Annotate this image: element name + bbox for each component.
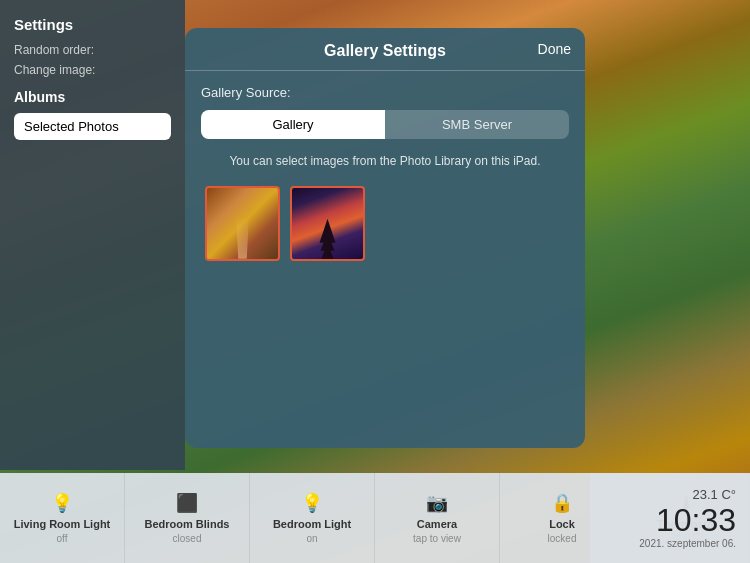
bedroom-light-title: Bedroom Light: [273, 518, 351, 531]
clock-area: 23.1 C° 10:33 2021. szeptember 06.: [590, 473, 750, 563]
random-order-label: Random order:: [14, 43, 94, 57]
bedroom-light-status: on: [306, 533, 317, 544]
living-room-light-status: off: [57, 533, 68, 544]
change-image-label: Change image:: [14, 63, 95, 77]
bottom-bar: 💡 Living Room Light off ⬛ Bedroom Blinds…: [0, 473, 750, 563]
living-room-light-title: Living Room Light: [14, 518, 111, 531]
modal-content: Gallery Source: Gallery SMB Server You c…: [185, 71, 585, 275]
camera-status: tap to view: [413, 533, 461, 544]
settings-sidebar: Settings Random order: Change image: Alb…: [0, 0, 185, 470]
date-display: 2021. szeptember 06.: [639, 538, 736, 549]
camera-title: Camera: [417, 518, 457, 531]
lock-icon: 🔒: [551, 492, 573, 514]
lock-title: Lock: [549, 518, 575, 531]
gallery-toggle-option[interactable]: Gallery: [201, 110, 385, 139]
done-button[interactable]: Done: [538, 41, 571, 57]
selected-photos-item[interactable]: Selected Photos: [14, 113, 171, 140]
albums-label: Albums: [14, 89, 171, 105]
living-room-light-icon: 💡: [51, 492, 73, 514]
lock-status: locked: [548, 533, 577, 544]
photos-grid: [201, 186, 569, 261]
gallery-settings-modal: Gallery Settings Done Gallery Source: Ga…: [185, 28, 585, 448]
photo-thumbnail-2[interactable]: [290, 186, 365, 261]
time-display: 10:33: [656, 504, 736, 536]
bedroom-blinds-icon: ⬛: [176, 492, 198, 514]
bedroom-blinds-status: closed: [173, 533, 202, 544]
sidebar-title: Settings: [14, 16, 171, 33]
bottom-item-bedroom-light[interactable]: 💡 Bedroom Light on: [250, 473, 375, 563]
smb-server-toggle-option[interactable]: SMB Server: [385, 110, 569, 139]
bottom-item-bedroom-blinds[interactable]: ⬛ Bedroom Blinds closed: [125, 473, 250, 563]
bottom-item-camera[interactable]: 📷 Camera tap to view: [375, 473, 500, 563]
bedroom-light-icon: 💡: [301, 492, 323, 514]
gallery-source-label: Gallery Source:: [201, 85, 569, 100]
source-toggle: Gallery SMB Server: [201, 110, 569, 139]
modal-header: Gallery Settings Done: [185, 28, 585, 71]
photo-thumbnail-1[interactable]: [205, 186, 280, 261]
bottom-item-living-room-light[interactable]: 💡 Living Room Light off: [0, 473, 125, 563]
gallery-description: You can select images from the Photo Lib…: [201, 153, 569, 170]
random-order-row: Random order:: [14, 43, 171, 57]
camera-icon: 📷: [426, 492, 448, 514]
bedroom-blinds-title: Bedroom Blinds: [145, 518, 230, 531]
thumb-path-decor: [232, 216, 253, 259]
temperature-display: 23.1 C°: [692, 487, 736, 502]
modal-title: Gallery Settings: [324, 42, 446, 59]
change-image-row: Change image:: [14, 63, 171, 77]
thumb-tree-decor: [318, 219, 338, 259]
